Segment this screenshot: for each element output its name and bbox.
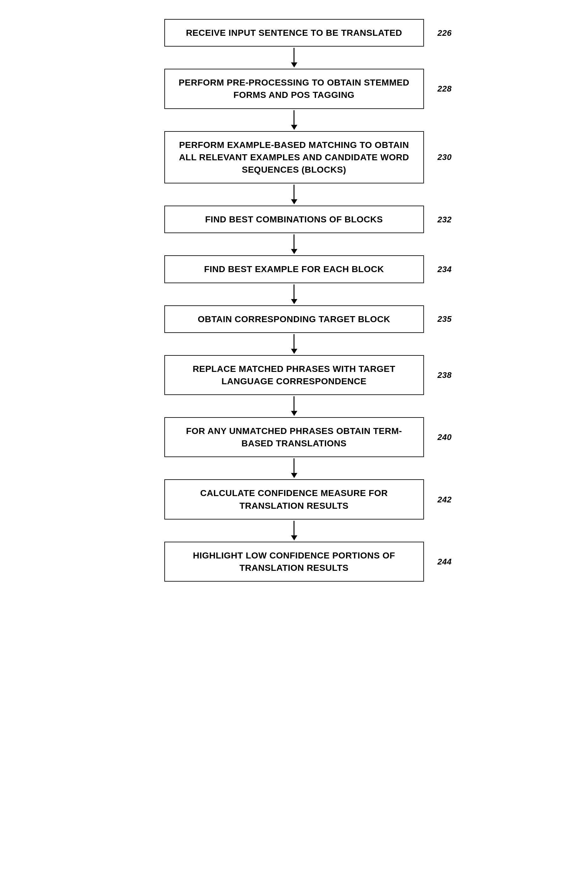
step-234-box: FIND BEST EXAMPLE FOR EACH BLOCK234 (164, 255, 424, 283)
arrow-4 (0, 283, 588, 305)
arrow-head-8 (291, 535, 297, 541)
arrow-2 (0, 183, 588, 206)
arrow-line-2 (294, 185, 294, 199)
step-240-row: FOR ANY UNMATCHED PHRASES OBTAIN TERM-BA… (0, 417, 588, 457)
arrow-head-3 (291, 249, 297, 254)
arrow-head-7 (291, 473, 297, 478)
arrow-line-3 (294, 234, 294, 249)
step-235-row: OBTAIN CORRESPONDING TARGET BLOCK235 (0, 305, 588, 333)
arrow-head-6 (291, 411, 297, 416)
arrow-8 (0, 520, 588, 542)
step-244-box: HIGHLIGHT LOW CONFIDENCE PORTIONS OF TRA… (164, 542, 424, 581)
step-228-box: PERFORM PRE-PROCESSING TO OBTAIN STEMMED… (164, 69, 424, 109)
step-230-row: PERFORM EXAMPLE-BASED MATCHING TO OBTAIN… (0, 131, 588, 184)
step-226-row: RECEIVE INPUT SENTENCE TO BE TRANSLATED2… (0, 19, 588, 47)
step-230-ref: 230 (438, 152, 452, 163)
arrow-head-0 (291, 62, 297, 68)
step-234-ref: 234 (438, 264, 452, 275)
step-232-box: FIND BEST COMBINATIONS OF BLOCKS232 (164, 206, 424, 233)
step-240-ref: 240 (438, 431, 452, 443)
step-226-box: RECEIVE INPUT SENTENCE TO BE TRANSLATED2… (164, 19, 424, 47)
step-228-ref: 228 (438, 83, 452, 95)
flowchart: RECEIVE INPUT SENTENCE TO BE TRANSLATED2… (0, 0, 588, 607)
step-226-ref: 226 (438, 27, 452, 38)
arrow-line-1 (294, 110, 294, 125)
step-228-row: PERFORM PRE-PROCESSING TO OBTAIN STEMMED… (0, 69, 588, 109)
arrow-0 (0, 47, 588, 69)
step-244-ref: 244 (438, 556, 452, 567)
step-238-row: REPLACE MATCHED PHRASES WITH TARGET LANG… (0, 355, 588, 395)
arrow-line-7 (294, 458, 294, 473)
arrow-line-6 (294, 396, 294, 411)
step-242-box: CALCULATE CONFIDENCE MEASURE FOR TRANSLA… (164, 479, 424, 519)
arrow-3 (0, 233, 588, 255)
step-244-row: HIGHLIGHT LOW CONFIDENCE PORTIONS OF TRA… (0, 542, 588, 581)
arrow-line-8 (294, 521, 294, 535)
arrow-line-0 (294, 48, 294, 62)
arrow-1 (0, 109, 588, 131)
step-238-box: REPLACE MATCHED PHRASES WITH TARGET LANG… (164, 355, 424, 395)
arrow-5 (0, 333, 588, 355)
arrow-7 (0, 457, 588, 479)
step-230-box: PERFORM EXAMPLE-BASED MATCHING TO OBTAIN… (164, 131, 424, 184)
step-235-ref: 235 (438, 313, 452, 325)
step-232-ref: 232 (438, 214, 452, 225)
step-242-row: CALCULATE CONFIDENCE MEASURE FOR TRANSLA… (0, 479, 588, 519)
step-234-row: FIND BEST EXAMPLE FOR EACH BLOCK234 (0, 255, 588, 283)
step-232-row: FIND BEST COMBINATIONS OF BLOCKS232 (0, 206, 588, 233)
arrow-line-4 (294, 284, 294, 299)
arrow-6 (0, 395, 588, 417)
arrow-head-1 (291, 125, 297, 130)
step-242-ref: 242 (438, 494, 452, 505)
step-238-ref: 238 (438, 369, 452, 381)
arrow-head-5 (291, 349, 297, 354)
arrow-line-5 (294, 334, 294, 349)
step-240-box: FOR ANY UNMATCHED PHRASES OBTAIN TERM-BA… (164, 417, 424, 457)
arrow-head-4 (291, 299, 297, 304)
step-235-box: OBTAIN CORRESPONDING TARGET BLOCK235 (164, 305, 424, 333)
arrow-head-2 (291, 199, 297, 204)
